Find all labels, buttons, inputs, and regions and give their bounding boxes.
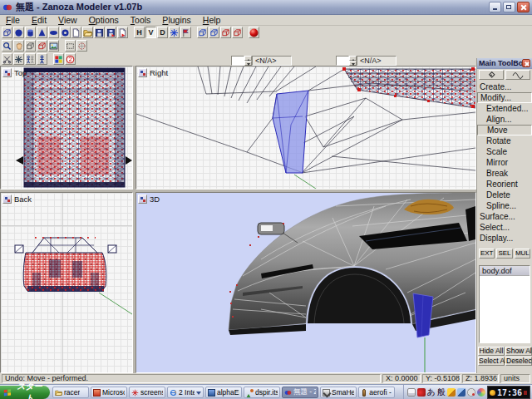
menu-options[interactable]: Options bbox=[83, 15, 125, 25]
colors-tool-button[interactable] bbox=[53, 53, 64, 65]
open-file-button[interactable] bbox=[82, 27, 93, 38]
ime-hiragana-indicator[interactable]: あ bbox=[427, 388, 436, 397]
spinner-updown-1[interactable] bbox=[244, 56, 252, 66]
spinner-updown-2[interactable] bbox=[349, 56, 357, 66]
toolbox-item-display[interactable]: Display... bbox=[477, 233, 532, 244]
viewport-top[interactable]: Top bbox=[0, 66, 133, 190]
toolbox-item-select[interactable]: Select... bbox=[477, 222, 532, 233]
task-smahey[interactable]: SmaHey bbox=[320, 387, 357, 398]
mul-mode-button[interactable]: MUL bbox=[515, 249, 530, 259]
keyboard-tray-icon[interactable] bbox=[407, 388, 416, 397]
curve-tool-button[interactable] bbox=[505, 70, 530, 80]
speaker-tray-icon[interactable] bbox=[417, 388, 426, 397]
toolbox-item-spline[interactable]: Spline... bbox=[477, 200, 532, 211]
viewport-right[interactable]: Right bbox=[135, 66, 476, 190]
task-internet-group[interactable]: 2 Intern... bbox=[167, 387, 204, 398]
circle-select-button[interactable] bbox=[76, 40, 87, 52]
threed-viewport-canvas[interactable] bbox=[136, 193, 475, 372]
hide-all-button[interactable]: Hide All bbox=[478, 347, 505, 356]
toolbox-item-move[interactable]: Move bbox=[477, 125, 532, 135]
menu-edit[interactable]: Edit bbox=[26, 15, 52, 25]
start-button[interactable]: スタート bbox=[0, 386, 50, 399]
faces-flag-button[interactable] bbox=[180, 27, 191, 38]
toolbox-item-extended[interactable]: Extended... bbox=[477, 103, 532, 114]
deselect-button[interactable]: Deselect bbox=[505, 357, 532, 366]
toolbox-close-icon[interactable] bbox=[522, 59, 530, 67]
toolbox-item-rotate[interactable]: Rotate bbox=[477, 135, 532, 146]
select-all-button[interactable]: Select All bbox=[478, 357, 505, 366]
star-tool-button[interactable] bbox=[13, 53, 24, 65]
view-cube-wire-button[interactable] bbox=[197, 27, 208, 38]
palette-tray-icon[interactable] bbox=[477, 388, 485, 397]
render-material-button[interactable] bbox=[249, 27, 259, 38]
background-image-button[interactable] bbox=[48, 40, 59, 52]
diamond-tool-button[interactable] bbox=[479, 70, 504, 80]
toolbox-item-surface[interactable]: Surface... bbox=[477, 211, 532, 222]
toolbox-item-align[interactable]: Align... bbox=[477, 114, 532, 125]
close-button[interactable] bbox=[517, 2, 530, 12]
primitive-sphere-button[interactable] bbox=[13, 27, 24, 38]
save-file-button[interactable] bbox=[94, 27, 105, 38]
brush-tray-icon[interactable] bbox=[447, 388, 456, 397]
export-button[interactable] bbox=[117, 27, 128, 38]
toolbox-item-reorient[interactable]: Reorient bbox=[477, 179, 532, 190]
ime-options-icon[interactable] bbox=[467, 388, 475, 397]
hide-toggle-button[interactable]: H bbox=[134, 27, 145, 38]
delete-object-button[interactable] bbox=[37, 40, 47, 52]
task-alphaedit[interactable]: alphaED1.. bbox=[205, 387, 242, 398]
viewport-menu-icon[interactable] bbox=[138, 195, 147, 204]
menu-view[interactable]: View bbox=[52, 15, 83, 25]
show-all-button[interactable]: Show All bbox=[505, 347, 532, 356]
toolbox-item-create[interactable]: Create... bbox=[477, 81, 532, 92]
toolbox-item-break[interactable]: Break bbox=[477, 168, 532, 179]
right-viewport-canvas[interactable] bbox=[136, 66, 475, 189]
viewport-menu-icon[interactable] bbox=[138, 68, 147, 77]
task-zmodeler-active[interactable]: 無題 - Z... bbox=[282, 387, 318, 398]
object-list-item[interactable]: body.dof bbox=[480, 266, 530, 276]
view-cube-solid-button[interactable] bbox=[209, 27, 219, 38]
pan-tool-button[interactable] bbox=[13, 40, 24, 52]
primitive-cylinder-button[interactable] bbox=[25, 27, 36, 38]
object-mode-button[interactable] bbox=[25, 40, 36, 52]
primitive-box-button[interactable] bbox=[2, 27, 12, 38]
vertices-toggle-button[interactable]: V bbox=[145, 27, 156, 38]
primitive-torus-button[interactable] bbox=[60, 27, 71, 38]
new-file-button[interactable] bbox=[71, 27, 81, 38]
toolbox-item-scale[interactable]: Scale bbox=[477, 146, 532, 157]
ext-mode-button[interactable]: EXT bbox=[479, 249, 495, 259]
menu-file[interactable]: File bbox=[0, 15, 26, 25]
top-viewport-canvas[interactable] bbox=[1, 66, 132, 189]
task-dspirits[interactable]: dspir.its... bbox=[244, 387, 280, 398]
view-cube-shaded-button[interactable] bbox=[232, 27, 243, 38]
back-viewport-canvas[interactable] bbox=[1, 193, 132, 372]
primitive-disc-button[interactable] bbox=[48, 27, 59, 38]
viewport-back[interactable]: Back bbox=[0, 192, 133, 373]
menu-tools[interactable]: Tools bbox=[125, 15, 157, 25]
display-toggle-button[interactable]: D bbox=[157, 27, 168, 38]
task-screens[interactable]: screens... bbox=[129, 387, 165, 398]
pen-tray-icon[interactable] bbox=[457, 388, 466, 397]
objects-list[interactable]: body.dof bbox=[479, 265, 530, 343]
spinner-input-1[interactable] bbox=[231, 56, 244, 66]
minimize-button[interactable] bbox=[489, 2, 501, 12]
task-microsoft[interactable]: Microsof... bbox=[91, 387, 127, 398]
toolbox-item-mirror[interactable]: Mirror bbox=[477, 157, 532, 168]
menu-help[interactable]: Help bbox=[197, 15, 227, 25]
zoom-tool-button[interactable] bbox=[2, 40, 12, 52]
primitive-cone-button[interactable] bbox=[37, 27, 47, 38]
viewport-3d[interactable]: 3D bbox=[135, 192, 476, 373]
view-cube-textured-button[interactable] bbox=[220, 27, 231, 38]
figure-tool-button[interactable] bbox=[37, 53, 47, 65]
ime-general-indicator[interactable]: 般 bbox=[437, 388, 446, 397]
snap-toggle-button[interactable] bbox=[169, 27, 180, 38]
sel-mode-button[interactable]: SEL bbox=[496, 249, 512, 259]
cut-tool-button[interactable] bbox=[2, 53, 12, 65]
spinner-input-2[interactable] bbox=[336, 56, 349, 66]
toolbox-item-delete[interactable]: Delete bbox=[477, 190, 532, 200]
restore-button[interactable] bbox=[503, 2, 515, 12]
rect-select-button[interactable] bbox=[65, 40, 76, 52]
mirror-figures-button[interactable] bbox=[25, 53, 36, 65]
viewport-menu-icon[interactable] bbox=[2, 195, 12, 204]
badge-2-button[interactable] bbox=[65, 53, 76, 65]
group-expand-icon[interactable] bbox=[196, 392, 201, 397]
